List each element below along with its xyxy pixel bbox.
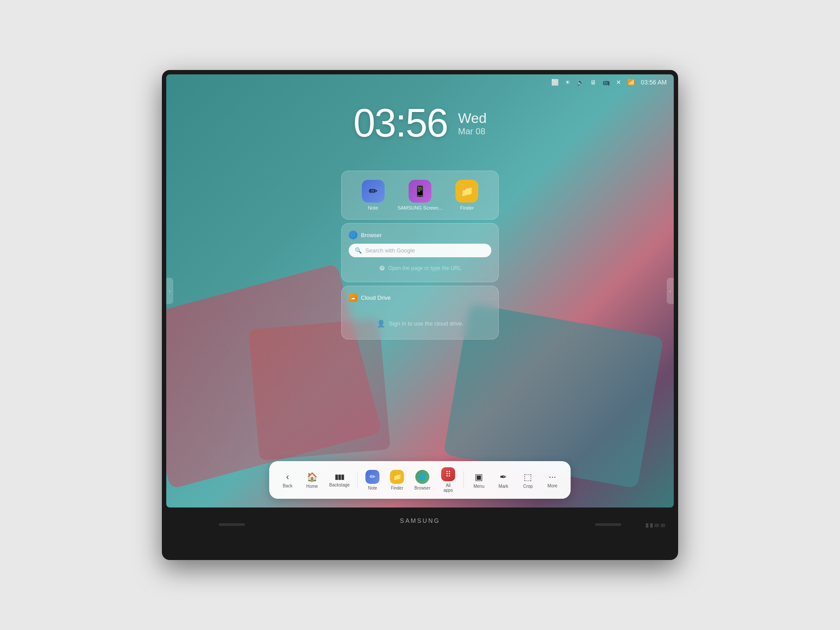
backstage-icon: ▮▮▮ [335,472,344,481]
monitor-brand: SAMSUNG [400,517,440,524]
screen-border: ⬜ ☀ 🔈 🖥 📺 ✕ 📶 03:56 AM 03:56 Wed Mar 08 [166,74,674,508]
screen-icon: 📱 [409,180,431,203]
allapps-taskbar-icon: ⠿ [441,467,455,481]
display-icon: ⬜ [551,79,559,86]
cloud-small-icon: ☁ [349,293,357,302]
taskbar-crop[interactable]: ⬚ Crop [517,469,539,491]
taskbar-more[interactable]: ··· More [541,469,564,491]
browser-taskbar-label: Browser [414,486,430,490]
taskbar-browser[interactable]: 🌐 Browser [410,467,435,493]
note-taskbar-icon: ✏ [366,470,380,484]
cloud-signin-text: Sign in to use the cloud drive. [389,320,464,327]
crop-icon: ⬚ [524,472,532,482]
clock-month: Mar 08 [458,126,486,136]
home-label: Home [306,484,318,489]
app-item-note[interactable]: ✏ Note [362,180,385,210]
left-arrow-icon: › [169,289,170,294]
cast-icon: 🖥 [590,79,596,86]
clock-day: Wed [458,110,486,126]
finder-label: Finder [460,205,474,210]
screen-share-icon: 📺 [602,79,610,86]
mark-label: Mark [499,484,508,489]
signin-person-icon: 👤 [377,319,385,328]
allapps-taskbar-label: All apps [441,483,456,493]
cloud-card-header: ☁ Cloud Drive [349,293,491,302]
taskbar: ‹ Back 🏠 Home ▮▮▮ Backstage ✏ Note [269,461,570,499]
status-time: 03:56 AM [641,79,667,86]
clock-area: 03:56 Wed Mar 08 [354,101,486,146]
browser-recent-text: Open the page or type the URL [388,265,461,271]
cloud-card-title: Cloud Drive [361,294,391,301]
more-label: More [547,483,557,488]
menu-icon: ▣ [475,472,483,482]
monitor-bottom: SAMSUNG [166,508,674,534]
port-1 [646,523,648,528]
bg-shape-3 [248,318,390,460]
screen: ⬜ ☀ 🔈 🖥 📺 ✕ 📶 03:56 AM 03:56 Wed Mar 08 [166,74,674,508]
browser-card-title: Browser [361,232,382,238]
clock-date: Wed Mar 08 [458,110,486,136]
finder-taskbar-icon: 📁 [390,470,404,484]
note-icon: ✏ [362,180,385,203]
taskbar-allapps[interactable]: ⠿ All apps [436,465,460,495]
note-label: Note [368,205,378,210]
cloud-signin[interactable]: 👤 Sign in to use the cloud drive. [349,306,491,332]
browser-card-header: 🌐 Browser [349,231,491,239]
network-off-icon: ✕ [616,79,621,86]
volume-icon: 🔈 [577,79,584,86]
side-handle-right[interactable]: ‹ [667,278,674,304]
taskbar-menu[interactable]: ▣ Menu [468,469,490,491]
search-placeholder: Search with Google [365,247,415,254]
mark-icon: ✒ [500,472,507,482]
home-icon: 🏠 [307,472,318,482]
taskbar-back[interactable]: ‹ Back [276,469,299,491]
brightness-icon: ☀ [565,79,570,86]
cloud-drive-card: ☁ Cloud Drive 👤 Sign in to use the cloud… [341,286,499,340]
cards-container: ✏ Note 📱 SAMSUNG Screen... 📁 Finder [341,171,499,340]
back-icon: ‹ [286,472,289,482]
taskbar-home[interactable]: 🏠 Home [301,469,323,491]
app-item-screen[interactable]: 📱 SAMSUNG Screen... [398,180,443,210]
apps-card: ✏ Note 📱 SAMSUNG Screen... 📁 Finder [341,171,499,220]
monitor-shell: ⬜ ☀ 🔈 🖥 📺 ✕ 📶 03:56 AM 03:56 Wed Mar 08 [162,70,678,560]
note-taskbar-label: Note [368,486,377,490]
browser-taskbar-icon: 🌐 [415,470,429,484]
speaker-left [219,523,245,526]
search-icon: 🔍 [355,247,362,254]
taskbar-divider-1 [357,472,358,488]
side-handle-left[interactable]: › [166,278,173,304]
backstage-label: Backstage [329,483,350,487]
more-icon: ··· [549,472,556,482]
menu-label: Menu [473,484,484,489]
monitor-ports [646,523,665,528]
speaker-right [595,523,621,526]
finder-taskbar-label: Finder [391,486,403,490]
taskbar-finder[interactable]: 📁 Finder [386,467,409,493]
status-bar: ⬜ ☀ 🔈 🖥 📺 ✕ 📶 03:56 AM [166,74,674,90]
search-bar[interactable]: 🔍 Search with Google [349,244,491,257]
usb-port-1 [654,524,659,527]
usb-port-2 [661,524,665,527]
taskbar-backstage[interactable]: ▮▮▮ Backstage [325,470,354,490]
clock-time: 03:56 [354,101,448,146]
taskbar-note[interactable]: ✏ Note [361,467,384,493]
port-2 [650,523,653,528]
screen-label: SAMSUNG Screen... [398,205,443,210]
app-item-finder[interactable]: 📁 Finder [455,180,478,210]
crop-label: Crop [523,484,533,489]
wifi-icon: 📶 [627,79,635,86]
taskbar-divider-2 [464,472,464,488]
browser-card: 🌐 Browser 🔍 Search with Google 🕐 Open th… [341,223,499,282]
right-arrow-icon: ‹ [669,289,671,294]
taskbar-mark[interactable]: ✒ Mark [492,469,515,491]
browser-recent: 🕐 Open the page or type the URL [349,262,491,275]
recent-icon: 🕐 [379,265,385,271]
browser-small-icon: 🌐 [349,231,357,239]
finder-icon: 📁 [455,180,478,203]
back-label: Back [283,483,292,488]
